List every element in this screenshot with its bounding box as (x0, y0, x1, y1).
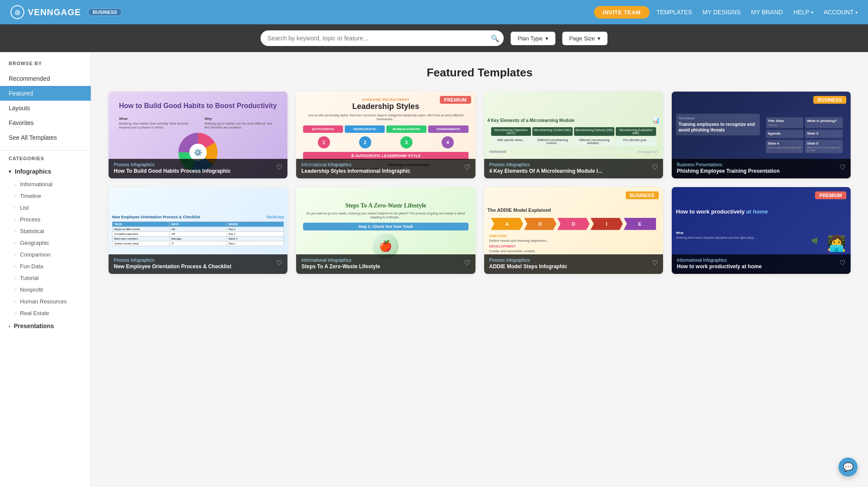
infographics-sub-items: Informational Timeline List Process Stat… (0, 178, 91, 319)
search-bar-area: 🔍 Plan Type ▾ Page Size ▾ (0, 24, 868, 52)
sidebar-item-favorites[interactable]: Favorites (0, 115, 91, 130)
slide-6: Slide 5 What to do if you've fallen for … (805, 140, 843, 153)
card-title-habits: How To Build Good Habits Process Infogra… (114, 168, 231, 175)
nav-my-designs[interactable]: MY DESIGNS (703, 9, 741, 16)
favorite-productive-button[interactable]: ♡ (839, 259, 845, 267)
bureaucratic-style: BUREAUCRATIC (386, 125, 426, 133)
sub-item-informational[interactable]: Informational (0, 178, 91, 190)
favorite-microlearning-button[interactable]: ♡ (652, 163, 658, 171)
microlearning-grid: Microlearning Objectives (MLO) Microlear… (488, 125, 660, 148)
category-infographics[interactable]: ▾ Infographics (0, 165, 91, 178)
template-card-phishing[interactable]: BUSINESS TechWave Training employees to … (672, 92, 851, 178)
slide-3: Agenda (766, 130, 804, 138)
card-title-productive: How to work productively at home (677, 263, 762, 270)
leadership-styles-row: AUTOCRATIC DEMOCRATIC BUREAUCRATIC CHARI… (300, 124, 472, 135)
card-title-leadership: Leadership Styles Informational Infograp… (301, 168, 410, 175)
nav-templates[interactable]: TEMPLATES (657, 9, 692, 16)
sidebar-item-recommended[interactable]: Recommended (0, 71, 91, 86)
browse-by-label: BROWSE BY (0, 61, 91, 71)
page-size-label: Page Size (569, 35, 595, 42)
templates-grid: How to Build Good Habits to Boost Produc… (109, 92, 851, 274)
slide-4: Slide 3 (805, 130, 843, 138)
nav-help[interactable]: HELP ▾ (793, 9, 813, 16)
micro-cell-3: Different microlearning activities... (574, 137, 614, 146)
plan-type-chevron-icon: ▾ (545, 35, 548, 42)
premium-badge-productive: PREMIUM (815, 191, 846, 199)
card-category-addie: Process Infographics (489, 258, 568, 263)
logo[interactable]: ◎ VENNGAGE (10, 5, 81, 19)
sub-item-timeline[interactable]: Timeline (0, 190, 91, 202)
template-card-microlearning[interactable]: 4 Key Elements of a Microlearning Module… (484, 92, 663, 178)
slide-2: What is phishing? (805, 117, 843, 128)
sidebar-item-featured[interactable]: Featured (0, 86, 91, 101)
card-footer-orientation: Process Infographics New Employee Orient… (109, 254, 287, 274)
slide-5: Slide 4 How to spot a phishing email (766, 140, 804, 153)
sidebar: BROWSE BY Recommended Featured Layouts F… (0, 52, 91, 487)
card-category-orientation: Process Infographics (114, 258, 231, 263)
plan-type-label: Plan Type (518, 35, 543, 42)
business-badge-phishing: BUSINESS (813, 96, 846, 104)
search-input[interactable] (261, 30, 504, 46)
card-footer-text-habits: Process Infographics How To Build Good H… (114, 162, 231, 175)
sub-item-comparison[interactable]: Comparison (0, 249, 91, 260)
sub-item-tutorial[interactable]: Tutorial (0, 272, 91, 284)
sidebar-divider (0, 150, 91, 151)
chat-button[interactable]: 💬 (838, 457, 858, 477)
favorite-orientation-button[interactable]: ♡ (276, 259, 282, 267)
card-footer-microlearning: Process Infographics 4 Key Elements Of A… (484, 159, 663, 178)
card-footer-text-phishing: Business Presentations Phishing Employee… (677, 162, 780, 175)
sub-item-nonprofit[interactable]: Nonprofit (0, 284, 91, 296)
card-footer-phishing: Business Presentations Phishing Employee… (672, 159, 851, 178)
sub-item-list[interactable]: List (0, 202, 91, 214)
sub-item-geographic[interactable]: Geographic (0, 237, 91, 249)
search-button[interactable]: 🔍 (491, 34, 499, 43)
card-footer-zerowaste: Informational Infographics Steps To A Ze… (296, 254, 475, 274)
plan-type-filter[interactable]: Plan Type ▾ (511, 32, 555, 45)
category-presentations[interactable]: › Presentations (0, 319, 91, 333)
nav-account[interactable]: ACCOUNT ▾ (824, 9, 858, 16)
template-card-habits[interactable]: How to Build Good Habits to Boost Produc… (109, 92, 287, 178)
template-card-orientation[interactable]: New Employee Orientation Process & Check… (109, 187, 287, 274)
micro-cell-1: With specific ideas... (491, 137, 531, 146)
favorite-addie-button[interactable]: ♡ (652, 259, 658, 267)
invite-team-button[interactable]: INVITE TEAM (594, 6, 650, 19)
card-category-productive: Informational Infographics (677, 258, 762, 263)
header: ◎ VENNGAGE BUSINESS INVITE TEAM TEMPLATE… (0, 0, 868, 24)
favorite-zerowaste-button[interactable]: ♡ (464, 259, 470, 267)
account-arrow-icon: ▾ (855, 10, 858, 15)
slide-1: Title Slide Training... (766, 117, 804, 128)
sub-item-fun-data[interactable]: Fun Data (0, 260, 91, 272)
card-footer-productive: Informational Infographics How to work p… (672, 254, 851, 274)
page-size-filter[interactable]: Page Size ▾ (562, 32, 607, 45)
presentations-label: Presentations (14, 322, 54, 329)
favorite-habits-button[interactable]: ♡ (276, 163, 282, 171)
sidebar-item-see-all[interactable]: See All Templates (0, 130, 91, 145)
card-footer-text-orientation: Process Infographics New Employee Orient… (114, 258, 231, 270)
favorite-phishing-button[interactable]: ♡ (839, 163, 845, 171)
infographics-chevron-icon: ▾ (9, 169, 11, 174)
page-size-chevron-icon: ▾ (597, 35, 601, 42)
sub-item-human-resources[interactable]: Human Resources (0, 296, 91, 307)
micro-header-2: Microlearning Content (MC) (532, 127, 573, 136)
logo-icon: ◎ (10, 5, 24, 19)
main-nav: TEMPLATES MY DESIGNS MY BRAND HELP ▾ ACC… (657, 9, 858, 16)
template-card-addie[interactable]: BUSINESS The ADDIE Model Explained A D D… (484, 187, 663, 274)
nav-my-brand[interactable]: MY BRAND (751, 9, 783, 16)
card-footer-leadership: Informational Infographics Leadership St… (296, 159, 475, 178)
sub-item-statistical[interactable]: Statistical (0, 225, 91, 237)
card-footer-text-microlearning: Process Infographics 4 Key Elements Of A… (489, 162, 603, 175)
template-card-zerowaste[interactable]: Steps To A Zero-Waste Lifestyle Do you w… (296, 187, 475, 274)
template-card-productive[interactable]: PREMIUM How to work productively at home… (672, 187, 851, 274)
addie-arrow: A D D I E (488, 214, 660, 234)
sidebar-item-layouts[interactable]: Layouts (0, 101, 91, 115)
card-footer-text-addie: Process Infographics ADDIE Model Steps I… (489, 258, 568, 270)
template-card-leadership[interactable]: PREMIUM SUNSHINE RECRUITMENT Leadership … (296, 92, 475, 178)
micro-header-4: Microlearning Evaluation (ME) (616, 127, 656, 136)
phishing-slides: Title Slide Training... What is phishing… (762, 114, 846, 157)
business-badge-addie: BUSINESS (626, 191, 659, 199)
sub-item-real-estate[interactable]: Real Estate (0, 307, 91, 319)
card-footer-text-productive: Informational Infographics How to work p… (677, 258, 762, 270)
favorite-leadership-button[interactable]: ♡ (464, 163, 470, 171)
sub-item-process[interactable]: Process (0, 214, 91, 225)
micro-cell-2: Different microlearning content... (532, 137, 573, 146)
